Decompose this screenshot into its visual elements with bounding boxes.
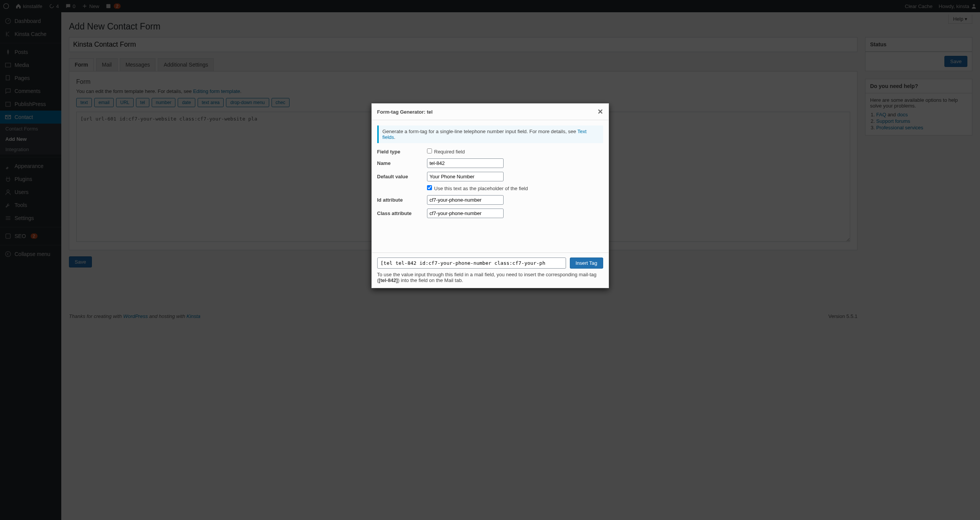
required-checkbox[interactable] [427, 148, 432, 153]
default-value-input[interactable] [427, 172, 504, 181]
modal-info-note: Generate a form-tag for a single-line te… [377, 126, 603, 143]
form-tag-generator-modal: Form-tag Generator: tel ✕ Generate a for… [371, 103, 609, 288]
id-attribute-label: Id attribute [377, 197, 427, 203]
name-input[interactable] [427, 158, 504, 168]
modal-foot-text: To use the value input through this fiel… [377, 272, 603, 283]
required-label: Required field [434, 149, 465, 155]
id-attribute-input[interactable] [427, 195, 504, 205]
modal-title: Form-tag Generator: tel [377, 109, 433, 115]
field-type-label: Field type [377, 149, 427, 155]
placeholder-checkbox[interactable] [427, 185, 432, 190]
modal-close-button[interactable]: ✕ [597, 108, 603, 116]
insert-tag-button[interactable]: Insert Tag [570, 258, 603, 269]
name-label: Name [377, 160, 427, 166]
default-value-label: Default value [377, 174, 427, 179]
placeholder-label: Use this text as the placeholder of the … [434, 186, 528, 191]
modal-overlay[interactable]: Form-tag Generator: tel ✕ Generate a for… [0, 0, 980, 520]
class-attribute-label: Class attribute [377, 210, 427, 216]
class-attribute-input[interactable] [427, 209, 504, 218]
shortcode-output[interactable] [377, 258, 566, 269]
